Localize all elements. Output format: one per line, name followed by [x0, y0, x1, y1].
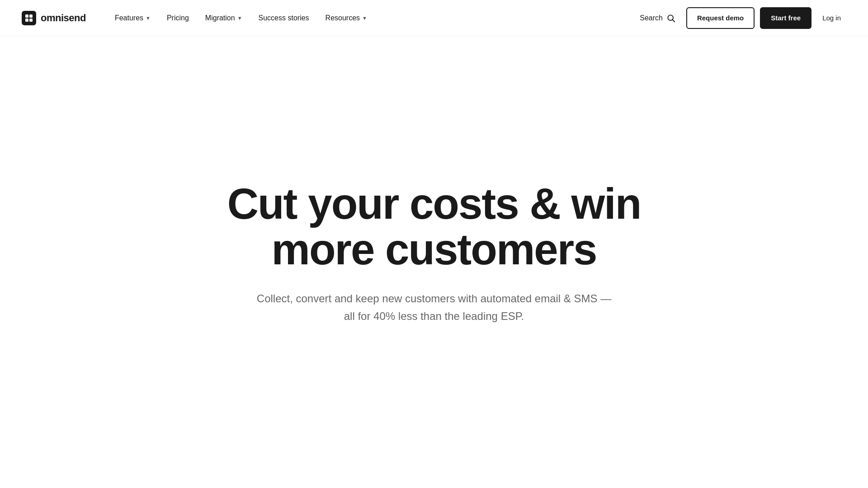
login-button[interactable]: Log in: [817, 10, 846, 25]
nav-item-pricing[interactable]: Pricing: [160, 10, 196, 26]
svg-rect-2: [25, 19, 28, 22]
logo-icon: [22, 11, 36, 25]
nav-migration-label: Migration: [205, 14, 235, 22]
navbar: omnisend Features ▼ Pricing Migration ▼ …: [0, 0, 868, 36]
nav-right: Search Request demo Start free Log in: [634, 7, 846, 29]
nav-features-label: Features: [115, 14, 143, 22]
nav-success-stories-label: Success stories: [259, 14, 309, 22]
nav-pricing-label: Pricing: [167, 14, 189, 22]
search-button[interactable]: Search: [634, 10, 681, 26]
start-free-button[interactable]: Start free: [760, 7, 811, 29]
nav-item-migration[interactable]: Migration ▼: [198, 10, 250, 26]
search-label: Search: [640, 14, 663, 22]
logo[interactable]: omnisend: [22, 11, 86, 25]
nav-resources-label: Resources: [326, 14, 360, 22]
hero-subtitle: Collect, convert and keep new customers …: [253, 290, 615, 325]
features-chevron-icon: ▼: [146, 15, 151, 21]
nav-links: Features ▼ Pricing Migration ▼ Success s…: [108, 10, 634, 26]
logo-text: omnisend: [41, 12, 86, 24]
search-icon: [666, 14, 675, 23]
migration-chevron-icon: ▼: [237, 15, 242, 21]
resources-chevron-icon: ▼: [362, 15, 367, 21]
svg-rect-0: [25, 14, 28, 18]
hero-section: Cut your costs & win more customers Coll…: [0, 36, 868, 488]
hero-title: Cut your costs & win more customers: [217, 181, 651, 272]
nav-item-resources[interactable]: Resources ▼: [318, 10, 374, 26]
request-demo-button[interactable]: Request demo: [686, 7, 755, 29]
svg-rect-1: [29, 14, 33, 18]
nav-item-features[interactable]: Features ▼: [108, 10, 158, 26]
svg-line-5: [673, 19, 675, 22]
nav-item-success-stories[interactable]: Success stories: [251, 10, 316, 26]
svg-rect-3: [29, 19, 33, 22]
